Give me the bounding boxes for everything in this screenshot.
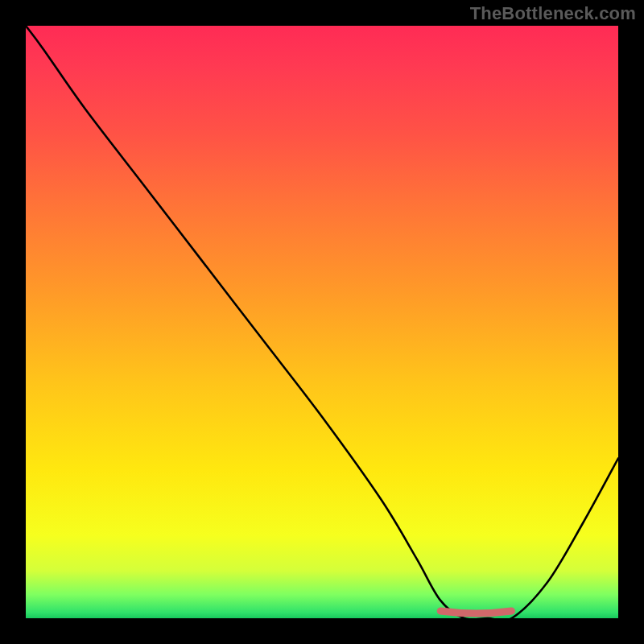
watermark-text: TheBottleneck.com bbox=[470, 3, 636, 24]
curve-layer bbox=[26, 26, 618, 618]
plot-area bbox=[26, 26, 618, 618]
flat-region-marker bbox=[440, 611, 511, 613]
bottleneck-curve bbox=[26, 26, 618, 618]
chart-container: TheBottleneck.com bbox=[0, 0, 644, 644]
